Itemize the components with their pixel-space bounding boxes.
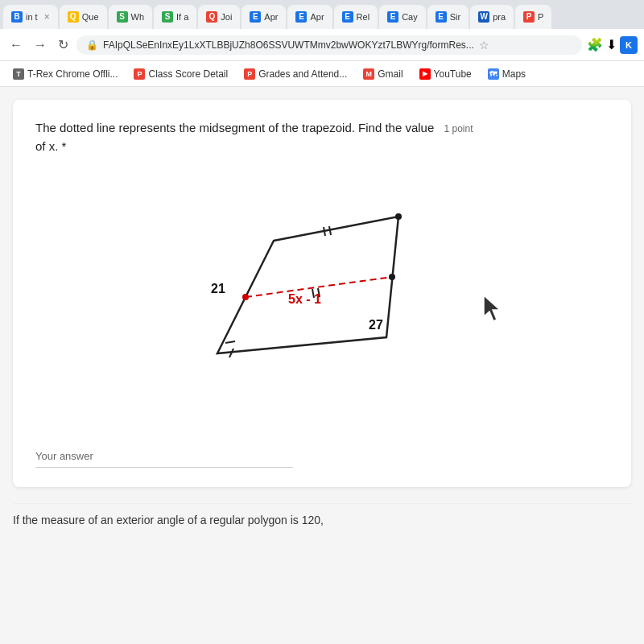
tab-label-8: Rel — [357, 12, 370, 22]
tab-favicon-12: P — [523, 11, 535, 23]
tab-favicon-8: E — [342, 11, 353, 23]
svg-point-2 — [242, 294, 249, 300]
tab-2[interactable]: Q Que — [60, 5, 107, 29]
tab-close-1[interactable]: × — [44, 11, 50, 23]
trapezoid-svg: 21 27 5x - 1 — [169, 168, 475, 434]
tab-3[interactable]: S Wh — [109, 5, 153, 29]
lock-icon: 🔒 — [86, 39, 98, 51]
bookmark-maps-label: Maps — [502, 68, 526, 80]
download-icon[interactable]: ⬇ — [606, 37, 617, 52]
svg-text:5x - 1: 5x - 1 — [288, 292, 321, 306]
browser-tabs: B in t × Q Que S Wh S If a Q Joi E Apr E… — [0, 0, 644, 29]
question-points: 1 point — [444, 123, 473, 134]
bookmark-class-score[interactable]: P Class Score Detail — [127, 67, 234, 81]
url-text: FAIpQLSeEnInxEy1LxXTLBBjUZh8O6SSVUWTMmv2… — [103, 39, 474, 51]
tab-label-7: Apr — [310, 12, 324, 22]
svg-marker-0 — [217, 217, 398, 353]
tab-favicon-9: E — [387, 11, 398, 23]
bookmark-gmail[interactable]: M Gmail — [357, 67, 409, 81]
tab-5[interactable]: Q Joi — [198, 5, 240, 29]
trex-favicon: T — [13, 68, 24, 80]
bookmark-star-icon[interactable]: ☆ — [479, 39, 489, 52]
page-content: The dotted line represents the midsegmen… — [0, 87, 644, 644]
k-extension-icon[interactable]: K — [620, 36, 638, 54]
question-card: The dotted line represents the midsegmen… — [13, 100, 631, 487]
svg-point-3 — [389, 274, 395, 280]
tab-11[interactable]: W pra — [470, 5, 514, 29]
bottom-question-text: If the measure of an exterior angle of a… — [13, 503, 631, 526]
tab-label-1: in t — [26, 12, 38, 22]
answer-section[interactable]: Your answer — [35, 450, 609, 468]
answer-input-line — [35, 467, 293, 468]
tab-12[interactable]: P P — [515, 5, 551, 29]
gmail-favicon: M — [363, 68, 374, 80]
question-text: The dotted line represents the midsegmen… — [35, 121, 434, 134]
extension-icons: 🧩 ⬇ K — [587, 36, 638, 54]
tab-favicon-2: Q — [68, 11, 79, 23]
tab-label-11: pra — [493, 12, 506, 22]
tab-favicon-1: B — [11, 11, 23, 23]
bookmark-grades-label: Grades and Attend... — [258, 68, 347, 80]
trapezoid-diagram: 21 27 5x - 1 — [169, 168, 475, 434]
tab-9[interactable]: E Cay — [379, 5, 426, 29]
bookmark-maps[interactable]: 🗺 Maps — [481, 67, 532, 81]
bookmark-gmail-label: Gmail — [378, 68, 402, 80]
bookmark-grades[interactable]: P Grades and Attend... — [237, 67, 353, 81]
address-bar: ← → ↻ 🔒 FAIpQLSeEnInxEy1LxXTLBBjUZh8O6SS… — [0, 29, 644, 61]
bookmark-youtube[interactable]: ▶ YouTube — [413, 67, 478, 81]
tab-label-10: Sir — [450, 12, 460, 22]
tab-7[interactable]: E Apr — [287, 5, 332, 29]
bookmark-trex[interactable]: T T-Rex Chrome Offli... — [6, 67, 124, 81]
tab-favicon-4: S — [162, 11, 173, 23]
bookmark-trex-label: T-Rex Chrome Offli... — [27, 68, 118, 80]
svg-line-9 — [225, 341, 235, 343]
tab-label-4: If a — [176, 12, 188, 22]
tab-6[interactable]: E Apr — [242, 5, 286, 29]
tab-label-3: Wh — [131, 12, 145, 22]
refresh-button[interactable]: ↻ — [55, 35, 72, 54]
youtube-favicon: ▶ — [419, 68, 431, 80]
forward-button[interactable]: → — [31, 36, 50, 54]
bookmark-youtube-label: YouTube — [434, 68, 472, 80]
tab-label-5: Joi — [221, 12, 232, 22]
question-header: The dotted line represents the midsegmen… — [35, 119, 609, 155]
svg-line-5 — [324, 227, 325, 236]
tab-favicon-11: W — [478, 11, 489, 23]
back-button[interactable]: ← — [6, 36, 26, 54]
tab-label-2: Que — [82, 12, 99, 22]
tab-label-12: P — [538, 12, 543, 22]
tab-4[interactable]: S If a — [154, 5, 196, 29]
mouse-cursor — [482, 294, 506, 326]
tab-10[interactable]: E Sir — [427, 5, 469, 29]
svg-text:21: 21 — [211, 282, 225, 295]
tab-1[interactable]: B in t × — [3, 5, 58, 29]
tab-favicon-6: E — [250, 11, 261, 23]
maps-favicon: 🗺 — [488, 68, 499, 80]
tab-favicon-5: Q — [206, 11, 217, 23]
tab-favicon-10: E — [436, 11, 447, 23]
question-text2: of x. * — [35, 139, 66, 153]
svg-point-4 — [395, 213, 402, 220]
bookmark-class-score-label: Class Score Detail — [148, 68, 228, 80]
tab-favicon-3: S — [117, 11, 128, 23]
tab-8[interactable]: E Rel — [334, 5, 378, 29]
bookmarks-bar: T T-Rex Chrome Offli... P Class Score De… — [0, 61, 644, 87]
svg-text:27: 27 — [369, 318, 383, 332]
tab-label-9: Cay — [402, 12, 418, 22]
puzzle-icon[interactable]: 🧩 — [587, 37, 603, 52]
grades-favicon: P — [244, 68, 255, 80]
answer-label: Your answer — [35, 450, 609, 462]
url-box[interactable]: 🔒 FAIpQLSeEnInxEy1LxXTLBBjUZh8O6SSVUWTMm… — [76, 35, 582, 55]
svg-marker-14 — [484, 295, 500, 321]
tab-favicon-7: E — [295, 11, 307, 23]
svg-line-6 — [329, 226, 331, 235]
tab-label-6: Apr — [264, 12, 278, 22]
class-score-favicon: P — [134, 68, 145, 80]
